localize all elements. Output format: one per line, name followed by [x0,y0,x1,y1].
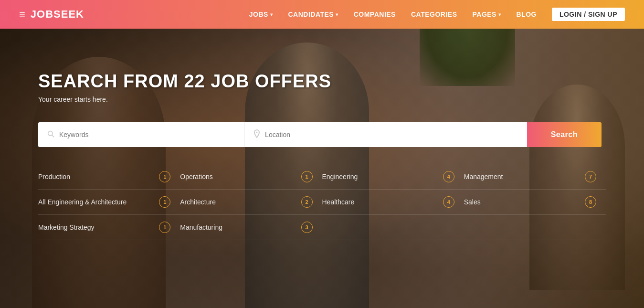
category-name: Marketing Strategy [38,223,95,231]
category-name: Operations [180,173,212,181]
category-item[interactable] [322,215,464,240]
hero-subtitle: Your career starts here. [38,96,606,103]
category-item[interactable]: Production 1 [38,164,180,190]
category-item[interactable]: Management 7 [464,164,606,190]
nav-link-blog[interactable]: BLOG [516,11,536,18]
nav-link-companies[interactable]: COMPANIES [354,11,396,18]
category-item[interactable]: Architecture 2 [180,190,322,215]
hero-content: SEARCH FROM 22 JOB OFFERS Your career st… [0,29,644,240]
category-item[interactable]: All Engineering & Architecture 1 [38,190,180,215]
nav-links: JOBS ▾ CANDIDATES ▾ COMPANIES CATEGORIES… [249,8,625,21]
category-badge: 1 [159,196,170,208]
category-name: Engineering [322,173,358,181]
nav-link-pages[interactable]: PAGES ▾ [472,11,501,18]
category-badge: 3 [301,222,313,233]
nav-item-pages[interactable]: PAGES ▾ [472,11,501,18]
chevron-down-icon: ▾ [498,12,501,17]
location-pin-icon [253,129,260,140]
category-name: Production [38,173,70,181]
brand-icon: ≡ [19,8,26,21]
category-name: Manufacturing [180,223,222,231]
nav-item-jobs[interactable]: JOBS ▾ [249,11,273,18]
search-bar: Search [38,122,602,147]
categories-section: Production 1 Operations 1 Engineering 4 … [38,164,606,240]
nav-item-categories[interactable]: CATEGORIES [411,11,457,18]
category-name: Healthcare [322,198,355,206]
chevron-down-icon: ▾ [336,12,338,17]
category-item[interactable] [464,215,606,240]
chevron-down-icon: ▾ [270,12,273,17]
nav-item-candidates[interactable]: CANDIDATES ▾ [288,11,338,18]
category-name: All Engineering & Architecture [38,198,127,206]
hero-title: SEARCH FROM 22 JOB OFFERS [38,72,606,92]
brand-name: JOBSEEK [31,8,84,21]
category-item[interactable]: Operations 1 [180,164,322,190]
search-button[interactable]: Search [527,122,602,147]
category-badge: 4 [443,171,454,182]
nav-item-blog[interactable]: BLOG [516,11,536,18]
nav-link-login[interactable]: LOGIN / SIGN UP [552,8,625,21]
categories-grid: Production 1 Operations 1 Engineering 4 … [38,164,606,240]
category-name: Management [464,173,503,181]
category-name: Sales [464,198,481,206]
svg-line-1 [52,135,54,137]
svg-point-2 [256,131,258,133]
category-item[interactable]: Healthcare 4 [322,190,464,215]
category-badge: 1 [159,171,170,182]
brand[interactable]: ≡ JOBSEEK [19,8,249,21]
location-field-wrap [244,122,527,147]
category-badge: 8 [585,196,596,208]
category-badge: 2 [301,196,313,208]
nav-item-companies[interactable]: COMPANIES [354,11,396,18]
category-badge: 7 [585,171,596,182]
category-item[interactable]: Engineering 4 [322,164,464,190]
navbar: ≡ JOBSEEK JOBS ▾ CANDIDATES ▾ COMPANIES … [0,0,644,29]
category-item[interactable]: Manufacturing 3 [180,215,322,240]
category-badge: 4 [443,196,454,208]
nav-item-login[interactable]: LOGIN / SIGN UP [552,8,625,21]
keywords-field-wrap [38,122,244,147]
category-item[interactable]: Sales 8 [464,190,606,215]
category-badge: 1 [301,171,313,182]
location-input[interactable] [265,131,518,138]
category-badge: 1 [159,222,170,233]
keywords-input[interactable] [59,131,236,138]
category-name: Architecture [180,198,216,206]
nav-link-candidates[interactable]: CANDIDATES ▾ [288,11,338,18]
nav-link-jobs[interactable]: JOBS ▾ [249,11,273,18]
category-item[interactable]: Marketing Strategy 1 [38,215,180,240]
search-icon [47,130,54,139]
nav-link-categories[interactable]: CATEGORIES [411,11,457,18]
hero-section: SEARCH FROM 22 JOB OFFERS Your career st… [0,29,644,308]
